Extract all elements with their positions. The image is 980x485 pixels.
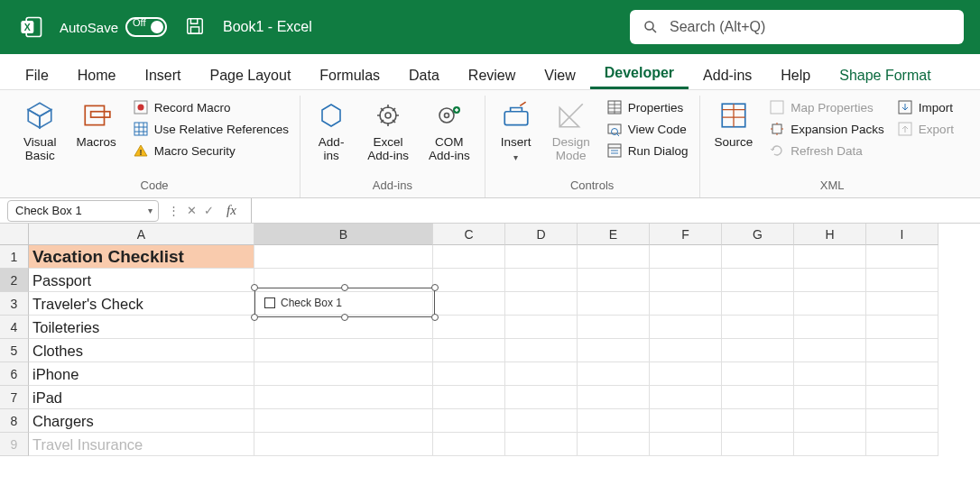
save-icon[interactable] [185,16,205,39]
cell-G9[interactable] [722,433,794,456]
cell-H1[interactable] [794,245,866,269]
tab-view[interactable]: View [530,62,589,89]
cell-H9[interactable] [794,433,866,456]
tab-help[interactable]: Help [766,62,825,89]
select-all-corner[interactable] [0,224,29,245]
cell-E6[interactable] [578,362,650,386]
record-macro-button[interactable]: Record Macro [133,99,289,115]
cell-I1[interactable] [866,245,938,269]
cell-C5[interactable] [433,339,505,362]
cell-H3[interactable] [794,292,866,316]
resize-handle[interactable] [341,284,348,291]
com-addins-button[interactable]: COM Add-ins [425,99,474,162]
cell-G2[interactable] [722,269,794,292]
cell-G3[interactable] [722,292,794,316]
expansion-packs-button[interactable]: Expansion Packs [769,121,884,137]
cell-H2[interactable] [794,269,866,292]
cell-H4[interactable] [794,316,866,339]
cell-A4[interactable]: Toileteries [29,316,254,339]
cell-D2[interactable] [505,269,578,292]
refresh-data-button[interactable]: Refresh Data [769,142,884,159]
tab-developer[interactable]: Developer [590,59,689,89]
macro-security-button[interactable]: !Macro Security [133,142,289,159]
cell-F8[interactable] [650,409,722,433]
tab-add-ins[interactable]: Add-ins [689,62,766,89]
cell-A7[interactable]: iPad [29,386,254,409]
col-header-G[interactable]: G [722,224,794,245]
cell-E4[interactable] [578,316,650,339]
cell-C4[interactable] [433,316,505,339]
row-header-4[interactable]: 4 [0,316,29,339]
col-header-D[interactable]: D [505,224,578,245]
cell-I5[interactable] [866,339,938,362]
tab-page-layout[interactable]: Page Layout [195,62,305,89]
tab-shape-format[interactable]: Shape Format [825,62,945,89]
cell-G6[interactable] [722,362,794,386]
cell-B5[interactable] [254,339,433,362]
cell-A5[interactable]: Clothes [29,339,254,362]
cell-G5[interactable] [722,339,794,362]
checkbox-shape[interactable]: Check Box 1 [254,288,435,317]
cell-C6[interactable] [433,362,505,386]
cell-G1[interactable] [722,245,794,269]
row-header-8[interactable]: 8 [0,409,29,433]
fx-icon[interactable]: fx [221,203,242,218]
row-header-5[interactable]: 5 [0,339,29,362]
autosave-toggle[interactable]: AutoSave Off [60,17,167,37]
cell-A1[interactable]: Vacation Checklist [29,245,254,269]
design-mode-button[interactable]: Design Mode [549,99,594,162]
cell-F6[interactable] [650,362,722,386]
row-header-6[interactable]: 6 [0,362,29,386]
cell-E9[interactable] [578,433,650,456]
use-relative-references-button[interactable]: Use Relative References [133,121,289,137]
cell-G7[interactable] [722,386,794,409]
col-header-B[interactable]: B [254,224,433,245]
row-header-2[interactable]: 2 [0,269,29,292]
cell-E1[interactable] [578,245,650,269]
cell-C1[interactable] [433,245,505,269]
cell-I6[interactable] [866,362,938,386]
cell-I2[interactable] [866,269,938,292]
macros-button[interactable]: Macros [73,99,120,162]
cell-F5[interactable] [650,339,722,362]
tab-data[interactable]: Data [394,62,454,89]
cell-E3[interactable] [578,292,650,316]
cell-E2[interactable] [578,269,650,292]
cell-D3[interactable] [505,292,578,316]
cell-D4[interactable] [505,316,578,339]
cell-C2[interactable] [433,269,505,292]
col-header-E[interactable]: E [578,224,650,245]
row-header-7[interactable]: 7 [0,386,29,409]
cell-F4[interactable] [650,316,722,339]
cell-I4[interactable] [866,316,938,339]
properties-button[interactable]: Properties [606,99,689,115]
tab-formulas[interactable]: Formulas [305,62,394,89]
cell-B8[interactable] [254,409,433,433]
cell-F2[interactable] [650,269,722,292]
export-button[interactable]: Export [897,121,954,137]
cell-F7[interactable] [650,386,722,409]
cell-E8[interactable] [578,409,650,433]
cell-B1[interactable] [254,245,433,269]
cell-A8[interactable]: Chargers [29,409,254,433]
insert-control-button[interactable]: Insert ▾ [496,99,536,162]
cell-D9[interactable] [505,433,578,456]
visual-basic-button[interactable]: Visual Basic [20,99,60,162]
chevron-down-icon[interactable]: ▾ [148,206,153,215]
cell-E5[interactable] [578,339,650,362]
tab-home[interactable]: Home [63,62,131,89]
cell-B9[interactable] [254,433,433,456]
cell-F3[interactable] [650,292,722,316]
cell-I9[interactable] [866,433,938,456]
addins-button[interactable]: Add- ins [311,99,351,162]
excel-addins-button[interactable]: Excel Add-ins [364,99,412,162]
view-code-button[interactable]: View Code [606,121,689,137]
cell-A6[interactable]: iPhone [29,362,254,386]
resize-handle[interactable] [251,314,258,321]
cell-A2[interactable]: Passport [29,269,254,292]
col-header-I[interactable]: I [866,224,938,245]
cell-C8[interactable] [433,409,505,433]
resize-handle[interactable] [431,284,439,291]
cell-H8[interactable] [794,409,866,433]
row-header-1[interactable]: 1 [0,245,29,269]
